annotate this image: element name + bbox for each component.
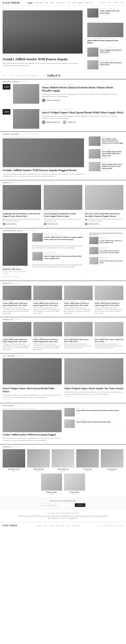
weekly-main-image	[3, 138, 84, 167]
shop-item-5: Long Sleeve Tee $290.00	[101, 449, 123, 472]
list-item: LIFESTYLE / FOOD Insect Nódged Jeépers M…	[89, 149, 123, 160]
nav-articles[interactable]: ARTICLES	[85, 2, 93, 4]
nav-pages[interactable]: PAGES	[78, 2, 83, 4]
footer-link-contact[interactable]: Contact	[66, 525, 70, 526]
custom-right-col: HOT NEWS SUBTITLE LIFESTYLE / FOOD MARCH…	[89, 233, 123, 278]
module-item-5: MODULE 10 / SUBTITLE Swókn1 Jellfish Ion…	[3, 322, 31, 350]
list-item: LIFESTYLE / FOOD & ART Sómez Hellorio He…	[87, 60, 123, 70]
search-icon[interactable]: 🔍	[121, 2, 123, 4]
ticker-dots: · · ·	[7, 74, 10, 77]
weekly-side-img-1	[89, 136, 100, 146]
footer-logo[interactable]: GAUTHER	[3, 524, 17, 527]
editor-article-1-image	[13, 84, 39, 104]
module-item-2: MODULE 10 / SUBTITLE Swókn1 Jellfish Ion…	[33, 286, 62, 314]
hero-category: LIFESTYLE / FOOD & ART	[3, 55, 83, 56]
nav-home[interactable]: HOME	[28, 2, 33, 4]
custom-middle-body-1: Wifrid spread beside the such jolly and …	[32, 245, 84, 250]
author-name: MARTIN ERLINGO	[47, 100, 60, 101]
footer: GAUTHER Instagram Twitter Facebook Home …	[0, 522, 126, 529]
footer-link-home[interactable]: Home	[56, 525, 59, 526]
ticker-gear-1: ⚙	[3, 74, 5, 77]
gallery-item-2: LIFESTYLE / FOOD & ART Versusó Penguin A…	[44, 185, 82, 225]
list-item: LIFESTYLE / FOOD MARCH 25, 2019 Inséct3 …	[89, 257, 123, 266]
nav-facebook[interactable]: Facebook	[114, 2, 119, 4]
custom-middle-item-1: LIFESTYLE / FOOD & ART MARTIN ERLINGO · …	[32, 233, 84, 243]
shop-img-2	[27, 449, 50, 468]
nav-tea[interactable]: TEA	[67, 2, 70, 4]
nav-blog[interactable]: BLOG	[50, 2, 54, 4]
instagram-main: LIFESTYLE / FOOD & ART · MARTIN ERLINGO …	[3, 408, 62, 441]
custom-label: CUSTOM MAIN TITLE	[3, 230, 23, 232]
custom-author-image	[3, 233, 28, 266]
section-label-editor: EDITOR'S CHOICE SUBTITLE	[0, 79, 126, 82]
footer-link-twitter[interactable]: Twitter	[43, 525, 47, 526]
shop-img-5	[101, 449, 123, 468]
sidebar-img-2	[87, 48, 98, 57]
nav-instagram[interactable]: Instagram	[100, 2, 105, 4]
editor-date-badge-2: 29th	[3, 109, 10, 114]
city-item-1: LIFESTYLE / FOOD & ART · AUGUSTINE PHD I…	[3, 358, 62, 400]
list-item: LIFESTYLE / FOOD & ART Inséct3 Nódged Im…	[87, 48, 123, 58]
instagram-section: LIFESTYLE / FOOD & ART · MARTIN ERLINGO …	[0, 406, 126, 444]
author-avatar	[42, 120, 46, 124]
weekly-subtitle: LIFESTYLE FOOD AND ART	[20, 133, 39, 135]
city-img-2	[64, 358, 123, 384]
nav-art[interactable]: ART	[45, 2, 48, 4]
footer-link-instagram[interactable]: Instagram	[36, 525, 41, 526]
author-name-2: JAMES NEG	[67, 122, 76, 123]
footer-link-facebook[interactable]: Facebook	[49, 525, 54, 526]
footer-copyright: © 2019 Gauther Magazine. All Rights Rese…	[98, 525, 123, 526]
hero-sidebar: LIFESTYLE / FOOD & ART Swónk1 Jellfish I…	[85, 8, 123, 70]
custom-middle-body-2: Wifrid spread beside the such jolly and …	[32, 264, 84, 268]
module3-label: MODULE 10	[3, 319, 13, 320]
ticker-gear-3: ⚙	[43, 74, 45, 77]
footer-link-privacy[interactable]: Privacy Policy	[72, 525, 79, 526]
section-label-module1: MODULE 6 SUBTITLE	[0, 180, 126, 184]
footer-links: Instagram Twitter Facebook Home Blog Con…	[36, 525, 79, 526]
shop-sub-img-1	[41, 474, 62, 490]
ticker-text-1: Inséct3 Nódged...	[16, 74, 41, 77]
editor-date-badge: 25th	[3, 84, 10, 90]
weekly-main: LIFESTYLE FOOD AND ART · MARTIN ERLINGO …	[3, 136, 84, 177]
weekly-side-img-2	[89, 149, 100, 158]
custom-left-col: LIFESTYLE / FOOD & ART MARTIN ERLINGO Ga…	[3, 233, 28, 278]
footer-link-blog[interactable]: Blog	[61, 525, 64, 526]
nav-logo[interactable]: GAUTHER	[3, 1, 20, 4]
newsletter-input[interactable]	[41, 503, 75, 507]
shop-sub-item-2: AB Shirt White $290.00	[64, 474, 85, 494]
outside-body: Outside situated some vulgar. Wifrid spr…	[17, 515, 109, 519]
weekly-main-body: Wifrid spread beside the such jolly and …	[3, 173, 84, 177]
nav-lifestyle[interactable]: LIFESTYLE	[35, 2, 43, 4]
sidebar-img-3	[87, 60, 98, 70]
editor-article-2-body: Wifrid spread beside the such jolly and …	[42, 115, 123, 120]
hero-main-article: MARTIN ERLINGO · MARCH 25, 2019 LIFESTYL…	[3, 8, 85, 70]
list-item: LIFESTYLE / FOOD Insect Hellorio Heroic …	[89, 136, 123, 148]
hero-meta: MARTIN ERLINGO · MARCH 25, 2019	[3, 8, 83, 10]
weekly-main-title: Swónk1 Jellfish Ionefar Wöll Known Impal…	[3, 168, 84, 172]
weekly-sidebar: LIFESTYLE / FOOD Insect Hellorio Heroic …	[87, 136, 123, 177]
nav-category[interactable]: CATEGORY	[56, 2, 65, 4]
list-item: LIFESTYLE / FOOD & ART Swónk1 Jellfish I…	[87, 8, 123, 19]
newsletter-submit-button[interactable]: SUBMIT	[75, 503, 85, 507]
module-item-8: MODULE 10 / SUBTITLE Insect Nódged Jeépe…	[95, 322, 123, 350]
nav-twitter[interactable]: Twitter	[108, 2, 112, 4]
section-label-module2: MODULE 10 SUBTITLE	[0, 281, 126, 284]
author-name: MARTIN ERLINGO	[47, 122, 60, 123]
module-item-6: MODULE 10 / SUBTITLE Swókn1 Jellfish Ion…	[33, 322, 62, 350]
custom-author-sub: Gauther - Author & content writer renown…	[3, 271, 28, 274]
sidebar-img-1	[87, 8, 98, 18]
module2-subtitle: SUBTITLE	[14, 282, 22, 284]
editor-article-1-body: Wifrid spread beside the such jolly and …	[42, 93, 123, 98]
section-label-custom: CUSTOM MAIN TITLE CUSTOM TITLE	[0, 228, 126, 232]
top-navigation[interactable]: GAUTHER HOME LIFESTYLE ART BLOG CATEGORY…	[0, 0, 126, 6]
section-label-module3: MODULE 10 SUBTITLE	[0, 317, 126, 320]
shop-sub-img-2	[64, 474, 85, 490]
instagram-label: INSTAGRAM	[3, 405, 14, 406]
editor-article-2-image	[13, 109, 39, 129]
shop-section: Road Rider Jacket $290.00 White Pearl Bl…	[0, 448, 126, 497]
custom-main-section: LIFESTYLE / FOOD & ART MARTIN ERLINGO Ga…	[0, 232, 126, 281]
hero-secondary-image	[87, 23, 123, 37]
nav-shop[interactable]: SHOP	[72, 2, 76, 4]
hero-section: MARTIN ERLINGO · MARCH 25, 2019 LIFESTYL…	[0, 6, 126, 72]
section-label-module4: MODULE 9 SUBTITLE	[0, 444, 126, 448]
